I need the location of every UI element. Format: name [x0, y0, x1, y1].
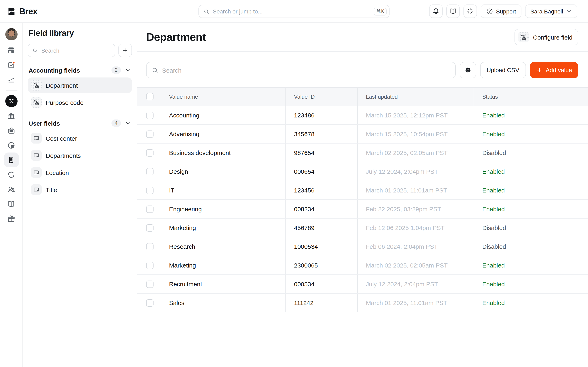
add-value-label: Add value — [546, 67, 572, 73]
status-cell: Enabled — [482, 299, 505, 306]
sidebar-item-departments[interactable]: Departments — [28, 148, 132, 163]
upload-csv-button[interactable]: Upload CSV — [480, 62, 526, 78]
chevron-down-icon — [125, 120, 131, 126]
status-cell: Enabled — [482, 206, 505, 212]
field-library-panel: Field library Search Accounting fields 2… — [23, 23, 137, 367]
section-header-user-fields[interactable]: User fields 4 — [28, 117, 132, 129]
row-checkbox[interactable] — [146, 149, 154, 156]
notifications-button[interactable] — [429, 4, 443, 18]
flag-icon — [31, 167, 42, 178]
value-name-cell: Business development — [169, 149, 231, 156]
topbar-actions: Support Sara Bagnell — [429, 4, 577, 18]
company-logo[interactable] — [5, 95, 17, 107]
flag-icon — [31, 133, 42, 143]
row-checkbox[interactable] — [146, 224, 154, 231]
value-id-cell: 123456 — [294, 187, 314, 194]
value-id-cell: 2300065 — [294, 262, 318, 269]
global-search-input[interactable]: Search or jump to... ⌘K — [199, 5, 389, 18]
sidebar-item-label: Title — [46, 186, 57, 193]
rail-wallet-button[interactable] — [4, 43, 18, 58]
table-row[interactable]: Business development 987654 March 02 202… — [137, 143, 588, 162]
section-header-accounting-fields[interactable]: Accounting fields 2 — [28, 64, 132, 76]
rail-briefcase-button[interactable] — [4, 123, 18, 138]
row-checkbox[interactable] — [146, 243, 154, 250]
rail-pie-chart-button[interactable] — [4, 138, 18, 152]
column-header-status: Status — [482, 94, 498, 100]
docs-button[interactable] — [446, 4, 460, 18]
rail-people-button[interactable] — [4, 182, 18, 197]
rail-divider — [6, 90, 17, 91]
add-field-button[interactable] — [118, 44, 132, 57]
table-row[interactable]: Engineering 008234 Feb 22 2025, 03:29pm … — [137, 200, 588, 218]
field-icon — [518, 32, 529, 42]
rail-tasks-button[interactable] — [4, 58, 18, 72]
open-book-icon — [449, 7, 457, 15]
section-label: Accounting fields — [29, 67, 112, 74]
last-updated-cell: March 01 2025, 11:01am PST — [366, 187, 447, 194]
last-updated-cell: March 01 2025, 11:01am PST — [366, 299, 447, 306]
field-search-input[interactable]: Search — [28, 44, 115, 57]
row-checkbox[interactable] — [146, 280, 154, 288]
user-avatar[interactable] — [5, 28, 17, 40]
table-row[interactable]: Sales 111242 March 01 2025, 11:01am PST … — [137, 294, 588, 312]
last-updated-cell: March 15 2025, 10:54pm PST — [366, 131, 448, 137]
support-button[interactable]: Support — [481, 4, 521, 18]
main-content: Department Configure field Search Upload… — [137, 23, 588, 367]
nav-rail-items — [4, 43, 18, 226]
table-row[interactable]: Marketing 456789 Feb 12 06 2025 1:04pm P… — [137, 218, 588, 237]
value-id-cell: 111242 — [294, 299, 314, 306]
table-row[interactable]: IT 123456 March 01 2025, 11:01am PST Ena… — [137, 181, 588, 200]
ai-assist-button[interactable] — [463, 4, 477, 18]
nav-rail — [0, 23, 23, 367]
table-row[interactable]: Recruitment 000534 July 12 2024, 2:04pm … — [137, 275, 588, 294]
bell-icon — [432, 7, 440, 15]
row-checkbox[interactable] — [146, 299, 154, 307]
table-row[interactable]: Design 000654 July 12 2024, 2:04pm PST E… — [137, 162, 588, 181]
value-name-cell: Engineering — [169, 206, 202, 212]
rail-sync-button[interactable] — [4, 167, 18, 182]
search-icon — [32, 48, 38, 53]
brex-logo[interactable]: Brex — [7, 0, 37, 23]
sidebar-item-title[interactable]: Title — [28, 182, 132, 197]
user-menu-button[interactable]: Sara Bagnell — [525, 4, 577, 18]
rail-book-button[interactable] — [4, 197, 18, 211]
table-row[interactable]: Marketing 2300065 March 02 2025, 02:05am… — [137, 256, 588, 275]
book-icon — [7, 200, 16, 208]
table-row[interactable]: Accounting 123486 March 15 2025, 12:12pm… — [137, 106, 588, 125]
value-name-cell: Marketing — [169, 224, 196, 231]
value-search-input[interactable]: Search — [146, 62, 456, 78]
rail-receipt-button[interactable] — [4, 152, 18, 167]
table-settings-button[interactable] — [459, 62, 476, 78]
table-row[interactable]: Research 1000534 Feb 06 2024, 2:04pm PST… — [137, 237, 588, 256]
row-checkbox[interactable] — [146, 111, 154, 119]
row-checkbox[interactable] — [146, 205, 154, 213]
sidebar-item-location[interactable]: Location — [28, 165, 132, 180]
pie-chart-icon — [7, 141, 16, 150]
row-checkbox[interactable] — [146, 187, 154, 194]
row-checkbox[interactable] — [146, 130, 154, 138]
value-name-cell: Accounting — [169, 112, 199, 119]
rail-travel-button[interactable] — [4, 72, 18, 87]
value-id-cell: 008234 — [294, 206, 314, 212]
user-name: Sara Bagnell — [530, 8, 563, 15]
brex-wordmark: Brex — [19, 7, 37, 16]
table-row[interactable]: Advertising 345678 March 15 2025, 10:54p… — [137, 125, 588, 143]
sidebar-item-department[interactable]: Department — [28, 77, 132, 93]
sync-icon — [7, 170, 16, 179]
rail-gift-button[interactable] — [4, 211, 18, 226]
select-all-checkbox[interactable] — [146, 93, 154, 100]
add-value-button[interactable]: Add value — [530, 62, 578, 78]
sidebar-item-purpose-code[interactable]: Purpose code — [28, 95, 132, 110]
table-header-row: Value name Value ID Last updated Status — [137, 87, 588, 106]
page-title: Department — [146, 31, 206, 43]
configure-field-button[interactable]: Configure field — [515, 29, 578, 45]
column-header-value-id: Value ID — [294, 94, 315, 100]
sidebar-item-cost-center[interactable]: Cost center — [28, 131, 132, 146]
row-checkbox[interactable] — [146, 168, 154, 175]
row-checkbox[interactable] — [146, 262, 154, 269]
status-cell: Enabled — [482, 131, 505, 137]
rail-bank-button[interactable] — [4, 108, 18, 123]
support-label: Support — [496, 8, 516, 15]
table-toolbar: Search Upload CSV Add value — [146, 62, 578, 78]
value-name-cell: Marketing — [169, 262, 196, 269]
